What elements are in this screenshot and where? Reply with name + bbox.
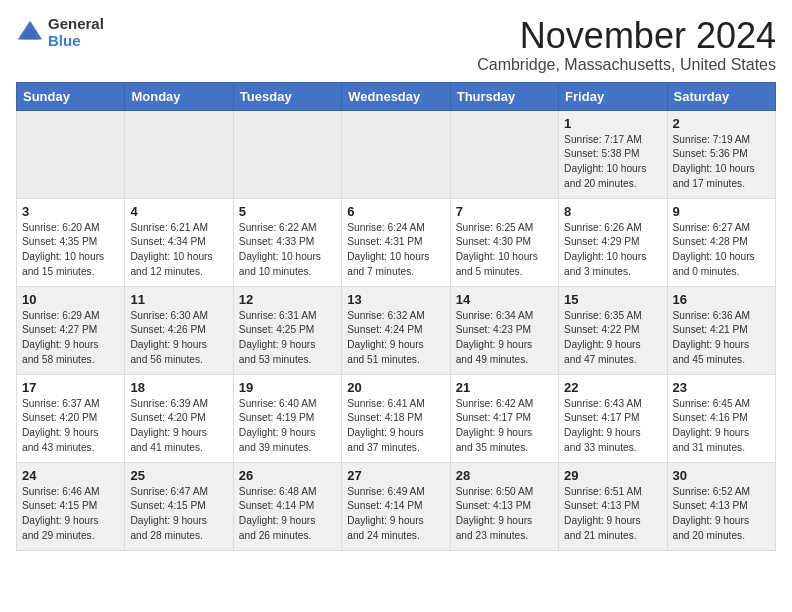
day-number: 9 [673,204,770,219]
day-info: Sunrise: 6:36 AM Sunset: 4:21 PM Dayligh… [673,309,770,368]
day-number: 23 [673,380,770,395]
page-header: General Blue November 2024 Cambridge, Ma… [16,16,776,74]
day-info: Sunrise: 6:30 AM Sunset: 4:26 PM Dayligh… [130,309,227,368]
day-number: 14 [456,292,553,307]
month-title: November 2024 [477,16,776,56]
calendar-cell: 3Sunrise: 6:20 AM Sunset: 4:35 PM Daylig… [17,198,125,286]
day-info: Sunrise: 6:24 AM Sunset: 4:31 PM Dayligh… [347,221,444,280]
calendar-week-row: 10Sunrise: 6:29 AM Sunset: 4:27 PM Dayli… [17,286,776,374]
day-number: 3 [22,204,119,219]
day-info: Sunrise: 6:20 AM Sunset: 4:35 PM Dayligh… [22,221,119,280]
calendar-cell [17,110,125,198]
day-number: 11 [130,292,227,307]
calendar-cell: 2Sunrise: 7:19 AM Sunset: 5:36 PM Daylig… [667,110,775,198]
day-number: 27 [347,468,444,483]
day-number: 1 [564,116,661,131]
calendar-cell [342,110,450,198]
day-number: 17 [22,380,119,395]
calendar-cell [125,110,233,198]
day-info: Sunrise: 6:49 AM Sunset: 4:14 PM Dayligh… [347,485,444,544]
day-info: Sunrise: 6:21 AM Sunset: 4:34 PM Dayligh… [130,221,227,280]
day-info: Sunrise: 6:25 AM Sunset: 4:30 PM Dayligh… [456,221,553,280]
day-info: Sunrise: 6:27 AM Sunset: 4:28 PM Dayligh… [673,221,770,280]
day-number: 26 [239,468,336,483]
calendar-cell: 27Sunrise: 6:49 AM Sunset: 4:14 PM Dayli… [342,462,450,550]
header-thursday: Thursday [450,82,558,110]
day-info: Sunrise: 6:35 AM Sunset: 4:22 PM Dayligh… [564,309,661,368]
calendar-header-row: SundayMondayTuesdayWednesdayThursdayFrid… [17,82,776,110]
calendar-cell: 5Sunrise: 6:22 AM Sunset: 4:33 PM Daylig… [233,198,341,286]
logo-blue: Blue [48,33,104,50]
day-info: Sunrise: 6:41 AM Sunset: 4:18 PM Dayligh… [347,397,444,456]
day-info: Sunrise: 6:37 AM Sunset: 4:20 PM Dayligh… [22,397,119,456]
calendar-cell: 28Sunrise: 6:50 AM Sunset: 4:13 PM Dayli… [450,462,558,550]
calendar-cell: 26Sunrise: 6:48 AM Sunset: 4:14 PM Dayli… [233,462,341,550]
location-title: Cambridge, Massachusetts, United States [477,56,776,74]
day-info: Sunrise: 6:46 AM Sunset: 4:15 PM Dayligh… [22,485,119,544]
day-info: Sunrise: 6:31 AM Sunset: 4:25 PM Dayligh… [239,309,336,368]
header-wednesday: Wednesday [342,82,450,110]
calendar-cell: 29Sunrise: 6:51 AM Sunset: 4:13 PM Dayli… [559,462,667,550]
calendar-cell: 21Sunrise: 6:42 AM Sunset: 4:17 PM Dayli… [450,374,558,462]
header-monday: Monday [125,82,233,110]
calendar-cell: 8Sunrise: 6:26 AM Sunset: 4:29 PM Daylig… [559,198,667,286]
header-sunday: Sunday [17,82,125,110]
calendar-week-row: 17Sunrise: 6:37 AM Sunset: 4:20 PM Dayli… [17,374,776,462]
calendar-cell: 24Sunrise: 6:46 AM Sunset: 4:15 PM Dayli… [17,462,125,550]
day-info: Sunrise: 6:42 AM Sunset: 4:17 PM Dayligh… [456,397,553,456]
calendar-cell: 4Sunrise: 6:21 AM Sunset: 4:34 PM Daylig… [125,198,233,286]
day-number: 21 [456,380,553,395]
calendar-cell: 12Sunrise: 6:31 AM Sunset: 4:25 PM Dayli… [233,286,341,374]
calendar-cell: 23Sunrise: 6:45 AM Sunset: 4:16 PM Dayli… [667,374,775,462]
day-number: 12 [239,292,336,307]
calendar-cell: 14Sunrise: 6:34 AM Sunset: 4:23 PM Dayli… [450,286,558,374]
title-section: November 2024 Cambridge, Massachusetts, … [477,16,776,74]
calendar-cell: 9Sunrise: 6:27 AM Sunset: 4:28 PM Daylig… [667,198,775,286]
day-number: 28 [456,468,553,483]
day-info: Sunrise: 6:51 AM Sunset: 4:13 PM Dayligh… [564,485,661,544]
day-info: Sunrise: 6:39 AM Sunset: 4:20 PM Dayligh… [130,397,227,456]
calendar-cell: 18Sunrise: 6:39 AM Sunset: 4:20 PM Dayli… [125,374,233,462]
calendar-week-row: 24Sunrise: 6:46 AM Sunset: 4:15 PM Dayli… [17,462,776,550]
calendar-cell: 6Sunrise: 6:24 AM Sunset: 4:31 PM Daylig… [342,198,450,286]
calendar-cell: 15Sunrise: 6:35 AM Sunset: 4:22 PM Dayli… [559,286,667,374]
logo-general: General [48,16,104,33]
day-number: 25 [130,468,227,483]
day-number: 22 [564,380,661,395]
day-info: Sunrise: 7:19 AM Sunset: 5:36 PM Dayligh… [673,133,770,192]
calendar-cell: 1Sunrise: 7:17 AM Sunset: 5:38 PM Daylig… [559,110,667,198]
day-number: 16 [673,292,770,307]
logo-icon [16,19,44,47]
calendar-cell: 11Sunrise: 6:30 AM Sunset: 4:26 PM Dayli… [125,286,233,374]
calendar-week-row: 1Sunrise: 7:17 AM Sunset: 5:38 PM Daylig… [17,110,776,198]
calendar-cell: 13Sunrise: 6:32 AM Sunset: 4:24 PM Dayli… [342,286,450,374]
calendar-cell [450,110,558,198]
day-number: 4 [130,204,227,219]
calendar-week-row: 3Sunrise: 6:20 AM Sunset: 4:35 PM Daylig… [17,198,776,286]
day-info: Sunrise: 6:43 AM Sunset: 4:17 PM Dayligh… [564,397,661,456]
calendar-cell: 17Sunrise: 6:37 AM Sunset: 4:20 PM Dayli… [17,374,125,462]
calendar-cell: 25Sunrise: 6:47 AM Sunset: 4:15 PM Dayli… [125,462,233,550]
calendar-cell: 19Sunrise: 6:40 AM Sunset: 4:19 PM Dayli… [233,374,341,462]
day-info: Sunrise: 6:29 AM Sunset: 4:27 PM Dayligh… [22,309,119,368]
day-number: 24 [22,468,119,483]
day-number: 6 [347,204,444,219]
day-number: 30 [673,468,770,483]
header-friday: Friday [559,82,667,110]
day-info: Sunrise: 6:47 AM Sunset: 4:15 PM Dayligh… [130,485,227,544]
header-tuesday: Tuesday [233,82,341,110]
day-number: 29 [564,468,661,483]
calendar-cell: 22Sunrise: 6:43 AM Sunset: 4:17 PM Dayli… [559,374,667,462]
day-info: Sunrise: 6:52 AM Sunset: 4:13 PM Dayligh… [673,485,770,544]
day-info: Sunrise: 6:22 AM Sunset: 4:33 PM Dayligh… [239,221,336,280]
day-info: Sunrise: 6:32 AM Sunset: 4:24 PM Dayligh… [347,309,444,368]
day-number: 10 [22,292,119,307]
calendar-cell: 20Sunrise: 6:41 AM Sunset: 4:18 PM Dayli… [342,374,450,462]
day-number: 5 [239,204,336,219]
day-number: 8 [564,204,661,219]
day-info: Sunrise: 6:34 AM Sunset: 4:23 PM Dayligh… [456,309,553,368]
day-info: Sunrise: 6:40 AM Sunset: 4:19 PM Dayligh… [239,397,336,456]
day-info: Sunrise: 6:48 AM Sunset: 4:14 PM Dayligh… [239,485,336,544]
day-number: 15 [564,292,661,307]
day-number: 20 [347,380,444,395]
